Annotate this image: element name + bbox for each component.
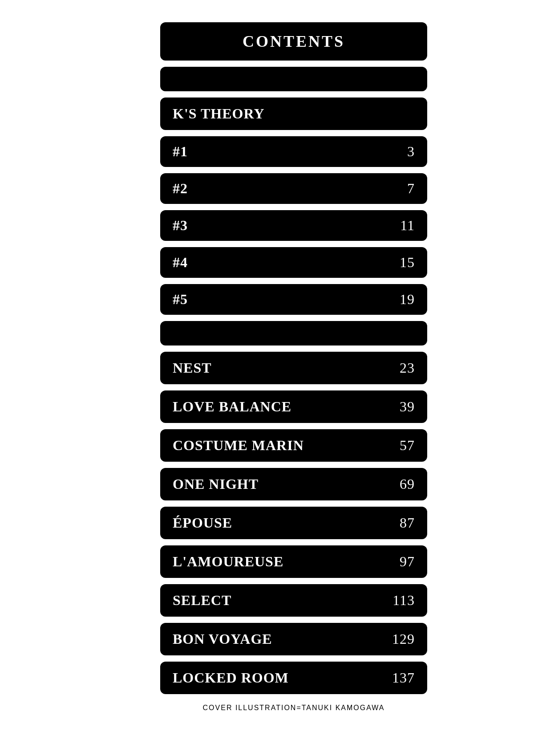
ch2-page: 7 bbox=[407, 180, 415, 197]
select-title: SELECT bbox=[173, 592, 231, 609]
ch2-title: #2 bbox=[173, 180, 188, 197]
ch5-page: 19 bbox=[400, 291, 415, 308]
ch1-page: 3 bbox=[407, 143, 415, 160]
lamoureuse-page: 97 bbox=[400, 553, 415, 570]
love-balance-title: LOVE BALANCE bbox=[173, 398, 291, 415]
locked-room-page: 137 bbox=[392, 670, 415, 686]
one-night-title: ONE NIGHT bbox=[173, 476, 259, 492]
chapter-costume-marin: COSTUME MARIN 57 bbox=[160, 429, 427, 462]
love-balance-page: 39 bbox=[400, 398, 415, 415]
separator-1 bbox=[160, 67, 427, 91]
ks-theory-title: K'S THEORY bbox=[173, 106, 265, 122]
ch1-title: #1 bbox=[173, 143, 188, 160]
one-night-page: 69 bbox=[400, 476, 415, 492]
ch3-title: #3 bbox=[173, 217, 188, 234]
lamoureuse-title: L'AMOUREUSE bbox=[173, 553, 283, 570]
chapter-epouse: ÉPOUSE 87 bbox=[160, 507, 427, 539]
section-ks-theory: K'S THEORY bbox=[160, 98, 427, 130]
nest-title: NEST bbox=[173, 360, 212, 376]
chapter-bon-voyage: BON VOYAGE 129 bbox=[160, 623, 427, 655]
chapter-lamoureuse: L'AMOUREUSE 97 bbox=[160, 545, 427, 578]
ch4-title: #4 bbox=[173, 254, 188, 271]
bon-voyage-page: 129 bbox=[392, 631, 415, 647]
chapter-4: #4 15 bbox=[160, 247, 427, 278]
epouse-page: 87 bbox=[400, 515, 415, 531]
chapter-1: #1 3 bbox=[160, 136, 427, 167]
select-page: 113 bbox=[392, 592, 415, 609]
chapter-love-balance: LOVE BALANCE 39 bbox=[160, 390, 427, 423]
ch4-page: 15 bbox=[400, 254, 415, 271]
chapter-select: SELECT 113 bbox=[160, 584, 427, 617]
chapter-3: #3 11 bbox=[160, 210, 427, 241]
nest-page: 23 bbox=[400, 360, 415, 376]
ch5-title: #5 bbox=[173, 291, 188, 308]
chapter-nest: NEST 23 bbox=[160, 352, 427, 384]
chapter-2: #2 7 bbox=[160, 173, 427, 204]
bon-voyage-title: BON VOYAGE bbox=[173, 631, 272, 647]
costume-marin-page: 57 bbox=[400, 437, 415, 454]
contents-title: CONTENTS bbox=[243, 32, 345, 51]
locked-room-title: LOCKED ROOM bbox=[173, 670, 289, 686]
page-container: CONTENTS K'S THEORY #1 3 #2 7 #3 11 #4 1… bbox=[160, 22, 427, 712]
cover-credit: COVER ILLUSTRATION=TANUKI KAMOGAWA bbox=[160, 704, 427, 712]
chapter-5: #5 19 bbox=[160, 284, 427, 315]
separator-2 bbox=[160, 321, 427, 345]
epouse-title: ÉPOUSE bbox=[173, 515, 232, 531]
costume-marin-title: COSTUME MARIN bbox=[173, 437, 304, 454]
ch3-page: 11 bbox=[400, 217, 415, 234]
chapter-locked-room: LOCKED ROOM 137 bbox=[160, 662, 427, 694]
contents-header: CONTENTS bbox=[160, 22, 427, 61]
chapter-one-night: ONE NIGHT 69 bbox=[160, 468, 427, 500]
